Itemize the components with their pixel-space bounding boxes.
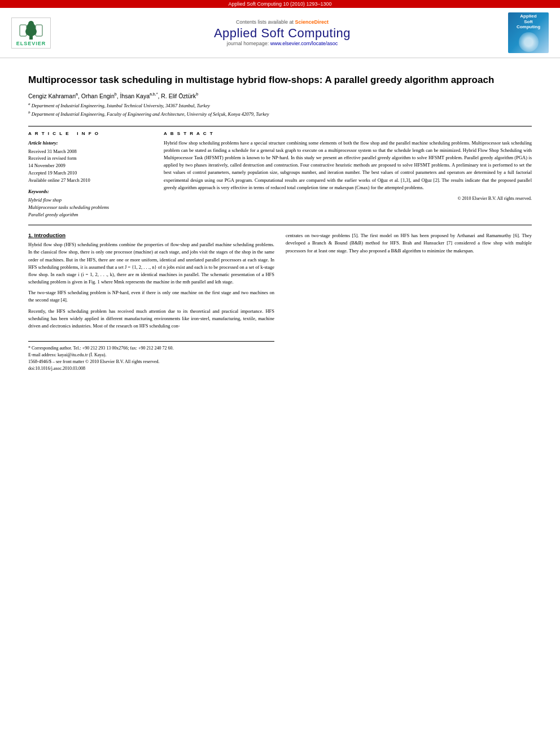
svg-rect-5 [36,25,42,36]
asc-logo-circle-decoration [519,32,539,52]
article-title: Multiprocessor task scheduling in multis… [28,74,532,86]
accepted-date: Accepted 19 March 2010 [28,170,77,176]
elsevier-logo: ELSEVIER [11,18,56,49]
elsevier-tree-icon [17,19,45,41]
svg-rect-4 [20,25,27,36]
issn-note: 1568-4946/$ – see front matter © 2010 El… [28,359,274,365]
sciencedirect-line: Contents lists available at ScienceDirec… [56,19,508,25]
body-right-column: centrates on two-stage problems [5]. The… [286,232,532,372]
main-content: Multiprocessor task scheduling in multis… [0,58,560,383]
sciencedirect-link[interactable]: ScienceDirect [295,19,329,25]
homepage-url[interactable]: www.elsevier.com/locate/asoc [270,41,338,46]
article-info-header: A R T I C L E I N F O [28,131,152,136]
intro-text: Hybrid flow shop (HFS) scheduling proble… [28,241,274,330]
revised-date: Received in revised form14 November 2009 [28,155,77,168]
body-left-column: 1. Introduction Hybrid flow shop (HFS) s… [28,232,274,372]
article-info-abstract-section: A R T I C L E I N F O Article history: R… [28,131,532,219]
journal-title: Applied Soft Computing [56,26,508,41]
keyword-3: Parallel greedy algorithm [28,211,152,219]
abstract-column: A B S T R A C T Hybrid flow shop schedul… [164,131,532,219]
received-date: Received 31 March 2008 [28,148,77,154]
copyright-line: © 2010 Elsevier B.V. All rights reserved… [164,196,532,201]
article-history: Article history: Received 31 March 2008 … [28,139,152,184]
article-history-label: Article history: [28,139,152,147]
doi-note: doi:10.1016/j.asoc.2010.03.008 [28,365,274,372]
journal-header-center: Contents lists available at ScienceDirec… [56,19,508,46]
asc-logo: Applied Soft Computing [508,12,549,53]
intro-para-1: Hybrid flow shop (HFS) scheduling proble… [28,241,274,286]
homepage-line: journal homepage: www.elsevier.com/locat… [56,41,508,46]
corresponding-author-note: * Corresponding author. Tel.: +90 212 29… [28,345,274,352]
right-para-1: centrates on two-stage problems [5]. The… [286,232,532,255]
authors-line: Cengiz Kahramana, Orhan Enginb, İhsan Ka… [28,92,532,99]
footnote-area: * Corresponding author. Tel.: +90 212 29… [28,341,274,372]
right-col-text: centrates on two-stage problems [5]. The… [286,232,532,255]
keywords-block: Keywords: Hybrid flow shop Multiprocesso… [28,188,152,218]
intro-section-title: 1. Introduction [28,232,274,238]
intro-para-2: The two-stage HFS scheduling problem is … [28,289,274,304]
asc-logo-text: Applied Soft Computing [517,14,540,30]
elsevier-logo-box: ELSEVIER [11,18,51,49]
intro-para-3: Recently, the HFS scheduling problem has… [28,308,274,330]
header-divider [28,126,532,126]
svg-point-3 [28,21,34,27]
journal-header: ELSEVIER Contents lists available at Sci… [0,8,560,58]
journal-reference-text: Applied Soft Computing 10 (2010) 1293–13… [228,1,331,7]
email-note: E-mail address: kayai@itu.edu.tr (İ. Kay… [28,352,274,359]
article-info-column: A R T I C L E I N F O Article history: R… [28,131,152,219]
keywords-label: Keywords: [28,188,152,195]
affiliation-b: b Department of Industrial Engineering, … [28,111,269,117]
abstract-text: Hybrid flow shop scheduling problems hav… [164,139,532,191]
journal-reference-bar: Applied Soft Computing 10 (2010) 1293–13… [0,0,560,8]
keyword-1: Hybrid flow shop [28,196,152,204]
affiliations: a Department of Industrial Engineering, … [28,102,532,118]
abstract-header: A B S T R A C T [164,131,532,136]
online-date: Available online 27 March 2010 [28,177,90,183]
affiliation-a: a Department of Industrial Engineering, … [28,103,210,108]
keyword-2: Multiprocessor tasks scheduling problems [28,204,152,211]
content-divider [28,225,532,225]
elsevier-wordmark: ELSEVIER [16,41,46,46]
body-content: 1. Introduction Hybrid flow shop (HFS) s… [28,232,532,372]
